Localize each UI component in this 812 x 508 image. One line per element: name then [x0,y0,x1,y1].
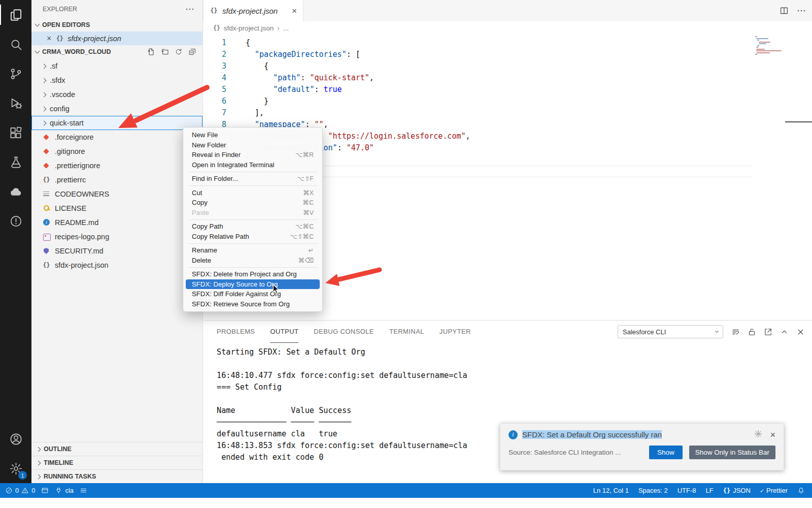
tree-item-.forceignore[interactable]: .forceignore [31,130,202,144]
activity-source-control-button[interactable] [0,59,31,88]
breadcrumb[interactable]: {} sfdx-project.json › ... [203,21,812,35]
section-outline[interactable]: OUTLINE [31,442,202,456]
source-control-icon [9,67,23,81]
menu-item-open-in-integrated-terminal[interactable]: Open in Integrated Terminal [186,160,320,170]
chevron-right-icon [42,64,47,69]
tree-item-recipes-logo.png[interactable]: recipes-logo.png [31,230,202,244]
tree-item-quick-start[interactable]: quick-start [31,116,202,130]
collapse-all-icon[interactable] [188,48,196,56]
show-only-status-bar-button[interactable]: Show Only in Status Bar [689,446,775,459]
panel-tab-jupyter[interactable]: JUPYTER [439,321,471,343]
code-line-6: 6 } [203,96,812,107]
tab-sfdx-project-json[interactable]: {} sfdx-project.json × [203,0,303,21]
menu-item-sfdx-deploy-source-to-org[interactable]: SFDX: Deploy Source to Org [186,279,320,290]
tree-item-label: CODEOWNERS [55,190,109,198]
breadcrumb-file[interactable]: sfdx-project.json [224,24,274,32]
open-editor-item[interactable]: × {} sfdx-project.json [31,31,202,45]
close-icon[interactable]: × [770,430,775,439]
activity-explorer-button[interactable] [0,0,31,29]
status-eol[interactable]: LF [706,487,714,494]
chevron-right-icon [42,78,47,83]
status-cursor-position[interactable]: Ln 12, Col 1 [593,487,629,494]
panel-tab-terminal[interactable]: TERMINAL [389,321,424,343]
section-timeline[interactable]: TIMELINE [31,456,202,469]
status-problems[interactable]: 00 [5,487,35,494]
tree-item-.vscode[interactable]: .vscode [31,87,202,102]
tab-bar: {} sfdx-project.json × ⋯ [203,0,812,21]
show-button[interactable]: Show [649,446,683,459]
menu-item-new-folder[interactable]: New Folder [186,140,320,150]
open-editors-header[interactable]: OPEN EDITORS [31,18,202,31]
panel-tab-debug-console[interactable]: DEBUG CONSOLE [314,321,374,343]
menu-item-sfdx-retrieve-source-from-org[interactable]: SFDX: Retrieve Source from Org [186,299,320,309]
settings-icon[interactable] [754,430,762,438]
tree-item-config[interactable]: config [31,102,202,116]
tree-item-.sfdx[interactable]: .sfdx [31,73,202,87]
json-file-icon: {} [213,24,220,31]
breadcrumb-more[interactable]: ... [283,24,289,32]
tree-item-.gitignore[interactable]: .gitignore [31,144,202,158]
activity-testing-button[interactable] [0,147,31,177]
split-editor-icon[interactable] [780,6,789,15]
status-formatter[interactable]: ✓Prettier [760,487,788,494]
menu-item-copy-path[interactable]: Copy Path⌥⌘C [186,221,320,232]
activity-extensions-button[interactable] [0,118,31,147]
open-in-editor-icon[interactable] [764,328,772,336]
tree-item-security.md[interactable]: SECURITY.md [31,244,202,258]
menu-item-new-file[interactable]: New File [186,130,320,140]
tree-item-sfdx-project.json[interactable]: {}sfdx-project.json [31,258,202,272]
tree-item-.sf[interactable]: .sf [31,59,202,73]
status-notifications[interactable] [797,487,805,494]
maximize-icon[interactable] [780,328,789,336]
close-icon[interactable] [796,328,805,336]
activity-search-button[interactable] [0,29,31,59]
output-channel-select[interactable]: Salesforce CLI [618,325,723,338]
status-encoding[interactable]: UTF-8 [678,487,696,494]
new-file-icon[interactable] [147,48,155,56]
tree-item-codeowners[interactable]: CODEOWNERS [31,187,202,201]
clear-output-icon[interactable] [731,328,740,336]
panel-tab-output[interactable]: OUTPUT [270,321,298,343]
tree-item-license[interactable]: LICENSE [31,201,202,215]
cloud-icon [9,185,23,199]
activity-settings-button[interactable]: 1 [0,454,31,483]
menu-item-delete[interactable]: Delete⌘⌫ [186,256,320,266]
gear-icon[interactable] [754,430,762,439]
menu-item-sfdx-delete-from-project-and-org[interactable]: SFDX: Delete from Project and Org [186,269,320,279]
minimap[interactable] [755,36,804,56]
activity-run-and-debug-button[interactable] [0,88,31,118]
activity-account-button[interactable] [0,424,31,454]
status-language[interactable]: {}JSON [723,487,751,494]
new-folder-icon[interactable] [161,48,169,56]
braces-file-icon: {} [42,261,51,269]
open-editor-filename: sfdx-project.json [67,35,121,43]
activity-report-button[interactable] [0,206,31,236]
menu-item-copy-relative-path[interactable]: Copy Relative Path⌥⇧⌘C [186,232,320,242]
section-running-tasks[interactable]: RUNNING TASKS [31,469,202,483]
menu-item-rename[interactable]: Rename↵ [186,245,320,256]
more-actions-icon[interactable]: ⋯ [797,5,806,16]
status-indentation[interactable]: Spaces: 2 [638,487,668,494]
tree-item-readme.md[interactable]: README.md [31,215,202,230]
refresh-icon[interactable] [175,48,183,56]
activity-cloud-button[interactable] [0,177,31,206]
status-window[interactable] [41,487,49,494]
panel-tab-problems[interactable]: PROBLEMS [217,321,255,343]
unlock-icon[interactable] [748,328,756,336]
close-icon[interactable]: × [292,7,297,15]
project-header[interactable]: CRMA_WORD_CLOUD [31,45,202,58]
menu-item-paste[interactable]: Paste⌘V [186,208,320,218]
tree-item-label: .vscode [50,90,75,99]
window-icon [41,487,49,494]
tree-item-.prettierignore[interactable]: .prettierignore [31,158,202,173]
status-default-org[interactable]: cla [55,487,74,494]
menu-item-find-in-folder[interactable]: Find in Folder...⌥⇧F [186,174,320,184]
more-actions-icon[interactable]: ⋯ [185,4,194,15]
status-task-menu[interactable] [80,487,87,494]
menu-item-reveal-in-finder[interactable]: Reveal in Finder⌥⌘R [186,150,320,160]
menu-item-sfdx-diff-folder-against-org[interactable]: SFDX: Diff Folder Against Org [186,289,320,299]
tree-item-.prettierrc[interactable]: {}.prettierrc [31,173,202,187]
menu-item-cut[interactable]: Cut⌘X [186,188,320,198]
close-icon[interactable]: × [47,35,51,43]
menu-item-copy[interactable]: Copy⌘C [186,198,320,208]
